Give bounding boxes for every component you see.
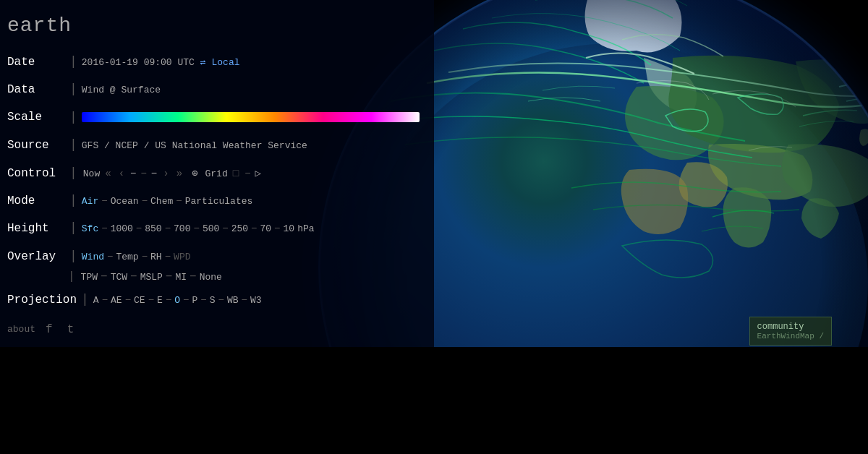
overlay-separator: |	[69, 244, 77, 267]
control-grid-btn[interactable]: Grid	[205, 166, 228, 182]
proj-p-btn[interactable]: P	[192, 292, 198, 309]
height-sfc-btn[interactable]: Sfc	[82, 220, 98, 237]
data-separator: |	[69, 77, 77, 100]
data-label: Data	[7, 80, 65, 100]
overlay-none-btn[interactable]: None	[200, 272, 222, 283]
overlay-rh-btn[interactable]: RH	[150, 249, 162, 265]
source-row: Source | GFS / NCEP / US National Weathe…	[7, 133, 420, 156]
date-row: Date | 2016-01-19 09:00 UTC ⇌ Local	[7, 50, 420, 73]
control-separator: |	[69, 161, 77, 184]
height-row: Height | Sfc − 1000 − 850 − 700 − 500 − …	[7, 216, 420, 239]
proj-s-btn[interactable]: S	[210, 292, 216, 309]
height-label: Height	[7, 218, 65, 239]
overlay-row2: | TPW − TCW − MSLP − MI − None	[7, 270, 420, 283]
overlay-tcw-btn[interactable]: TCW	[111, 272, 127, 283]
proj-wb-btn[interactable]: WB	[227, 292, 239, 309]
proj-a-btn[interactable]: A	[93, 292, 99, 309]
community-subtitle: EarthWindMap /	[757, 332, 824, 340]
bottom-links: about f t	[7, 323, 420, 336]
scale-bar	[82, 112, 420, 122]
source-separator: |	[69, 133, 77, 156]
mode-ocean-btn[interactable]: Ocean	[111, 193, 139, 210]
overlay-tpw-btn[interactable]: TPW	[81, 272, 98, 283]
date-label: Date	[7, 52, 65, 73]
scale-row: Scale |	[7, 106, 420, 129]
app-title: earth	[7, 14, 420, 37]
overlay-mi-btn[interactable]: MI	[175, 272, 187, 283]
about-link[interactable]: about	[7, 324, 35, 335]
proj-w3-btn[interactable]: W3	[250, 292, 262, 309]
overlay-label: Overlay	[7, 247, 65, 267]
height-1000-btn[interactable]: 1000	[111, 220, 133, 237]
mode-separator: |	[69, 189, 77, 212]
proj-o-btn[interactable]: O	[174, 292, 180, 309]
height-250-btn[interactable]: 250	[231, 220, 248, 237]
community-title: community	[757, 322, 824, 332]
height-unit: hPa	[297, 220, 314, 237]
mode-label: Mode	[7, 191, 65, 212]
height-700-btn[interactable]: 700	[174, 220, 190, 237]
projection-separator: |	[81, 288, 89, 311]
community-badge[interactable]: community EarthWindMap /	[749, 317, 832, 346]
control-now-btn[interactable]: Now	[83, 166, 100, 182]
source-label: Source	[7, 135, 65, 156]
height-separator: |	[69, 216, 77, 239]
control-label: Control	[7, 163, 65, 184]
source-value: GFS / NCEP / US National Weather Service	[82, 137, 307, 154]
data-row: Data | Wind @ Surface	[7, 77, 420, 100]
data-value[interactable]: Wind @ Surface	[82, 82, 161, 98]
overlay-wpd-btn[interactable]: WPD	[174, 249, 190, 265]
proj-ce-btn[interactable]: CE	[134, 292, 145, 309]
mode-chem-btn[interactable]: Chem	[150, 193, 173, 210]
height-500-btn[interactable]: 500	[203, 220, 219, 237]
projection-row: Projection | A − AE − CE − E − O − P − S…	[7, 288, 420, 311]
projection-label: Projection	[7, 290, 77, 311]
mode-particulates-btn[interactable]: Particulates	[185, 193, 253, 210]
scale-separator: |	[69, 106, 77, 129]
overlay-wind-btn[interactable]: Wind	[82, 249, 104, 265]
facebook-icon[interactable]: f	[46, 323, 53, 336]
mode-row: Mode | Air − Ocean − Chem − Particulates	[7, 189, 420, 212]
height-10-btn[interactable]: 10	[284, 220, 295, 237]
overlay-temp-btn[interactable]: Temp	[116, 249, 138, 265]
control-row: Control | Now « ‹ − − − › » ⊕ Grid □ − ▷	[7, 161, 420, 184]
overlay-mslp-btn[interactable]: MSLP	[140, 272, 163, 283]
height-850-btn[interactable]: 850	[145, 220, 161, 237]
proj-e-btn[interactable]: E	[157, 292, 163, 309]
bottom-strip	[0, 347, 868, 454]
mode-air-btn[interactable]: Air	[82, 193, 98, 210]
date-value: 2016-01-19 09:00 UTC	[82, 54, 195, 71]
overlay-row1: Overlay | Wind − Temp − RH − WPD	[7, 244, 420, 267]
height-70-btn[interactable]: 70	[260, 220, 272, 237]
twitter-icon[interactable]: t	[67, 323, 75, 336]
proj-ae-btn[interactable]: AE	[111, 292, 122, 309]
scale-label: Scale	[7, 107, 65, 128]
info-panel: earth Date | 2016-01-19 09:00 UTC ⇌ Loca…	[0, 0, 434, 347]
local-time-link[interactable]: ⇌ Local	[200, 57, 240, 68]
date-separator: |	[69, 50, 77, 73]
